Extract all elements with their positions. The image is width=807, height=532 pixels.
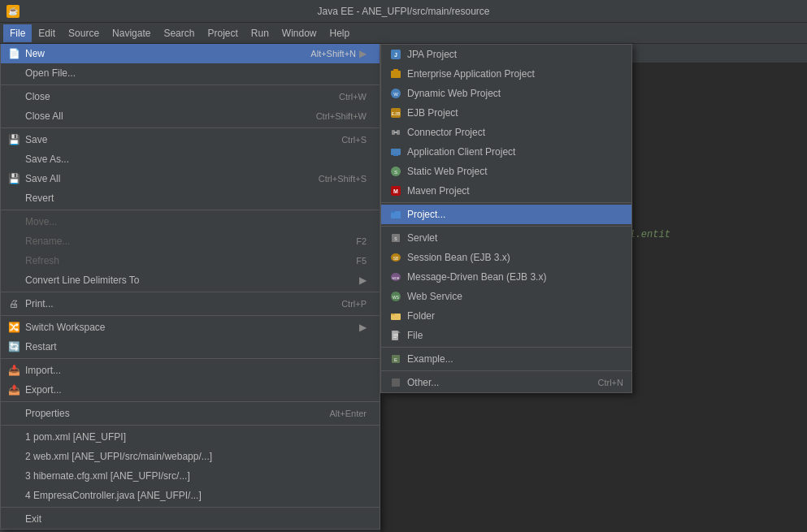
menu-source[interactable]: Source xyxy=(62,24,106,42)
file-menu-recent1[interactable]: 1 pom.xml [ANE_UFPI] xyxy=(1,427,380,447)
svg-marker-30 xyxy=(398,331,401,333)
submenu-maven-label: Maven Project xyxy=(407,185,470,197)
file-menu-close-all[interactable]: Close All Ctrl+Shift+W xyxy=(1,106,380,126)
menu-navigate[interactable]: Navigate xyxy=(106,24,157,42)
submenu-servlet[interactable]: S Servlet xyxy=(381,228,631,248)
svg-text:EJB: EJB xyxy=(391,111,400,116)
submenu-file[interactable]: File xyxy=(381,326,631,345)
file-menu-recent3[interactable]: 3 hibernate.cfg.xml [ANE_UFPI/src/...] xyxy=(1,466,380,486)
submenu-dynamic-web[interactable]: W Dynamic Web Project xyxy=(381,84,631,103)
submenu-other[interactable]: Other... Ctrl+N xyxy=(381,373,631,392)
file-menu-save-label: Save xyxy=(25,134,47,145)
submenu-message-bean[interactable]: MDB Message-Driven Bean (EJB 3.x) xyxy=(381,267,631,287)
file-menu-rename[interactable]: Rename... F2 xyxy=(1,231,380,251)
file-menu-export-label: Export... xyxy=(25,384,62,396)
web-service-icon: WS xyxy=(389,290,402,303)
file-menu-move[interactable]: Move... xyxy=(1,212,380,231)
file-menu-restart[interactable]: 🔄 Restart xyxy=(1,337,380,357)
file-menu-rename-shortcut: F2 xyxy=(340,236,367,246)
submenu-app-client[interactable]: Application Client Project xyxy=(381,142,631,162)
file-menu-move-label: Move... xyxy=(25,216,57,227)
submenu-project-label: Project... xyxy=(407,209,445,220)
file-menu-print[interactable]: 🖨 Print... Ctrl+P xyxy=(1,294,380,314)
menu-project[interactable]: Project xyxy=(201,24,244,42)
close-all-icon xyxy=(7,110,20,123)
separator-7 xyxy=(1,401,380,402)
file-menu-convert[interactable]: Convert Line Delimiters To ▶ xyxy=(1,270,380,290)
submenu-other-label: Other... xyxy=(407,377,439,388)
submenu-other-shortcut: Ctrl+N xyxy=(598,378,623,387)
file-menu-restart-label: Restart xyxy=(25,341,57,353)
submenu-web-service[interactable]: WS Web Service xyxy=(381,287,631,306)
properties-icon xyxy=(7,407,20,420)
submenu-maven[interactable]: M Maven Project xyxy=(381,181,631,201)
file-menu-import-label: Import... xyxy=(25,365,61,376)
menu-file[interactable]: File xyxy=(3,24,32,42)
file-menu-save[interactable]: 💾 Save Ctrl+S xyxy=(1,130,380,149)
recent1-icon xyxy=(7,430,20,443)
submenu-dynamic-web-label: Dynamic Web Project xyxy=(407,88,501,99)
svg-text:J: J xyxy=(394,52,397,58)
example-icon: E xyxy=(389,353,402,365)
file-menu-exit[interactable]: Exit xyxy=(1,509,380,529)
file-menu-refresh[interactable]: Refresh F5 xyxy=(1,251,380,270)
maven-icon: M xyxy=(389,184,402,197)
file-menu-recent3-label: 3 hibernate.cfg.xml [ANE_UFPI/src/...] xyxy=(25,470,190,482)
file-menu-rename-label: Rename... xyxy=(25,236,70,247)
submenu-sep-4 xyxy=(381,370,631,371)
file-menu-refresh-label: Refresh xyxy=(25,255,59,266)
other-icon xyxy=(389,376,402,389)
file-menu-switch-workspace[interactable]: 🔀 Switch Workspace ▶ xyxy=(1,318,380,337)
submenu-enterprise-label: Enterprise Application Project xyxy=(407,68,535,80)
file-menu-recent4-label: 4 EmpresaController.java [ANE_UFPI/...] xyxy=(25,490,202,501)
file-menu-recent1-label: 1 pom.xml [ANE_UFPI] xyxy=(25,431,126,443)
file-menu-save-all[interactable]: 💾 Save All Ctrl+Shift+S xyxy=(1,169,380,188)
file-menu-new[interactable]: 📄 New Alt+Shift+N ▶ xyxy=(1,44,380,63)
submenu-folder[interactable]: Folder xyxy=(381,306,631,326)
menu-run[interactable]: Run xyxy=(245,24,276,42)
file-menu-print-shortcut: Ctrl+P xyxy=(325,299,367,309)
exit-icon xyxy=(7,513,20,526)
file-menu-open-file[interactable]: Open File... xyxy=(1,63,380,83)
svg-rect-11 xyxy=(391,149,401,155)
file-menu-refresh-shortcut: F5 xyxy=(340,256,367,266)
file-menu-export[interactable]: 📤 Export... xyxy=(1,380,380,400)
submenu-example[interactable]: E Example... xyxy=(381,349,631,369)
submenu-folder-label: Folder xyxy=(407,310,435,322)
submenu-sep-1 xyxy=(381,202,631,203)
submenu-project[interactable]: Project... xyxy=(381,205,631,224)
submenu-enterprise-app[interactable]: Enterprise Application Project xyxy=(381,64,631,84)
file-menu-close-all-label: Close All xyxy=(25,110,63,122)
file-menu-properties-shortcut: Alt+Enter xyxy=(313,409,367,418)
menu-edit[interactable]: Edit xyxy=(32,24,62,42)
menu-help[interactable]: Help xyxy=(323,24,357,42)
file-menu-import[interactable]: 📥 Import... xyxy=(1,361,380,380)
file-menu-recent4[interactable]: 4 EmpresaController.java [ANE_UFPI/...] xyxy=(1,486,380,505)
jpa-project-icon: J xyxy=(389,48,402,61)
submenu-session-bean[interactable]: SB Session Bean (EJB 3.x) xyxy=(381,248,631,267)
restart-icon: 🔄 xyxy=(7,340,20,353)
file-menu-save-as[interactable]: Save As... xyxy=(1,149,380,169)
svg-rect-3 xyxy=(393,69,398,71)
submenu-ejb-project[interactable]: EJB EJB Project xyxy=(381,103,631,123)
file-menu-new-shortcut: Alt+Shift+N xyxy=(294,49,356,58)
move-icon xyxy=(7,215,20,228)
dynamic-web-icon: W xyxy=(389,87,402,100)
submenu-app-client-label: Application Client Project xyxy=(407,146,515,158)
file-menu-properties[interactable]: Properties Alt+Enter xyxy=(1,404,380,423)
menu-search[interactable]: Search xyxy=(157,24,201,42)
submenu-connector-label: Connector Project xyxy=(407,127,485,138)
menu-bar: File Edit Source Navigate Search Project… xyxy=(0,23,807,44)
separator-9 xyxy=(1,507,380,508)
menu-window[interactable]: Window xyxy=(276,24,323,42)
file-menu-close-all-shortcut: Ctrl+Shift+W xyxy=(300,111,367,121)
recent3-icon xyxy=(7,469,20,482)
submenu-static-web[interactable]: S Static Web Project xyxy=(381,162,631,181)
static-web-icon: S xyxy=(389,165,402,178)
title-bar: ☕ Java EE - ANE_UFPI/src/main/resource xyxy=(0,0,807,23)
file-menu-close[interactable]: Close Ctrl+W xyxy=(1,87,380,106)
file-menu-recent2[interactable]: 2 web.xml [ANE_UFPI/src/main/webapp/...] xyxy=(1,447,380,466)
file-menu-revert[interactable]: Revert xyxy=(1,188,380,208)
submenu-jpa-project[interactable]: J JPA Project xyxy=(381,45,631,64)
submenu-connector[interactable]: Connector Project xyxy=(381,123,631,142)
